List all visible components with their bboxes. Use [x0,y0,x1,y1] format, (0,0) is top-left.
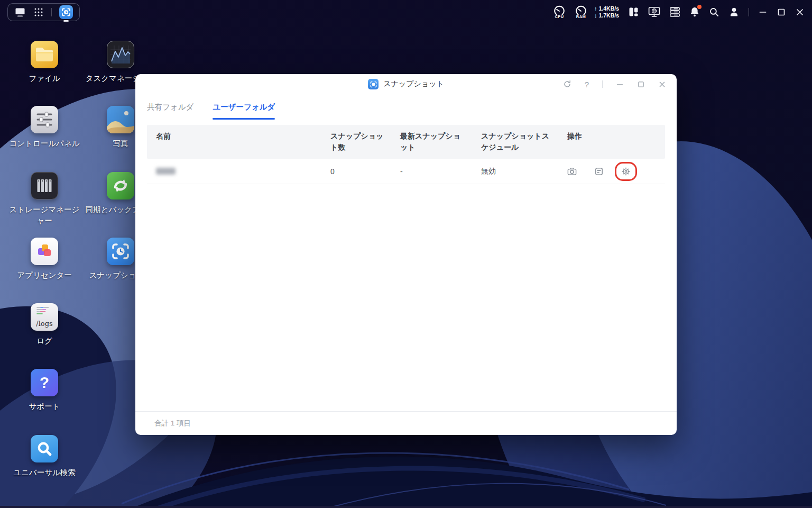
universal-search-app-icon[interactable] [31,435,58,462]
ram-gauge-icon[interactable]: RAM [575,5,587,19]
row-latest-snapshot: - [391,159,472,184]
desktop-item-label: ファイル [29,73,60,84]
desktop-item-support[interactable]: ? サポート [7,369,81,412]
taskbar-right-group: CPU RAM ↑ 1.4KB/s ↓ 1.7KB/s [553,5,805,19]
column-header-actions: 操作 [558,125,665,159]
task-manager-app-icon[interactable] [107,41,134,68]
ram-label: RAM [576,14,586,19]
notifications-bell-icon[interactable] [689,6,700,17]
dialog-help-icon[interactable]: ? [585,80,589,89]
widgets-icon[interactable] [628,6,639,17]
snapshot-dialog: スナップショット ? [135,74,677,435]
storage-manager-app-icon[interactable] [31,172,58,199]
taskbar-left-group [7,3,80,21]
desktop-item-label: ログ [36,335,52,347]
network-speed-indicator[interactable]: ↑ 1.4KB/s ↓ 1.7KB/s [594,5,619,19]
dialog-close-icon[interactable] [658,80,666,88]
upload-speed: 1.4KB/s [598,5,619,12]
photos-app-icon[interactable] [107,106,134,133]
remote-access-icon[interactable] [648,6,660,17]
app-center-app-icon[interactable] [31,238,58,265]
dialog-refresh-icon[interactable] [563,80,571,88]
row-snapshot-count: 0 [321,159,391,184]
download-arrow-icon: ↓ [594,12,597,19]
search-icon[interactable] [709,7,719,17]
files-app-icon[interactable] [31,41,58,68]
desktop-maximize-icon[interactable] [777,7,786,17]
desktop-item-label: サポート [29,401,60,412]
nas-device-icon[interactable] [669,6,680,17]
dialog-app-icon [368,79,379,89]
support-app-icon[interactable]: ? [31,369,58,396]
desktop-item-app-center[interactable]: アプリセンター [7,238,81,281]
taskbar: CPU RAM ↑ 1.4KB/s ↓ 1.7KB/s [0,0,812,24]
desktop-item-logs[interactable]: /logs ログ [7,303,81,347]
notification-badge [697,5,702,9]
desktop-close-icon[interactable] [795,7,805,17]
table-header: 名前 スナップショット数 最新スナップショット スナップショットスケジュール 操… [147,125,665,159]
logs-app-icon[interactable]: /logs [31,303,58,331]
row-actions [558,159,665,184]
cpu-gauge-icon[interactable]: CPU [553,5,566,19]
dialog-minimize-icon[interactable] [616,80,624,88]
dialog-maximize-icon[interactable] [637,80,645,88]
app-launcher-grid-icon[interactable] [33,7,44,17]
table-row[interactable]: 0 - 無効 [147,159,665,184]
user-account-icon[interactable] [728,6,740,17]
desktop-minimize-icon[interactable] [758,7,768,17]
question-mark-glyph: ? [40,374,49,392]
desktop-item-label: ユニバーサル検索 [13,467,76,478]
row-name-redacted [156,168,176,175]
cpu-label: CPU [555,14,564,19]
desktop-item-files[interactable]: ファイル [7,41,81,84]
desktop-item-label: 写真 [113,138,128,149]
desktop-item-control-panel[interactable]: コントロールパネル [7,106,81,149]
show-desktop-icon[interactable] [14,7,26,17]
total-items-text: 合計 1 項目 [154,419,191,428]
taskbar-separator [51,8,52,16]
dialog-tabs: 共有フォルダ ユーザーフォルダ [135,94,677,120]
desktop-item-universal-search[interactable]: ユニバーサル検索 [7,435,81,478]
snapshot-app-icon[interactable] [107,238,134,265]
desktop-screen: CPU RAM ↑ 1.4KB/s ↓ 1.7KB/s [0,0,812,508]
desktop-item-storage-manager[interactable]: ストレージマネージャー [7,172,81,226]
sync-backup-app-icon[interactable] [107,172,134,199]
desktop-item-label: コントロールパネル [9,138,79,149]
dialog-titlebar[interactable]: スナップショット ? [135,74,677,94]
column-header-name: 名前 [147,125,321,159]
snapshot-settings-gear-icon[interactable] [621,167,631,176]
snapshot-table: 名前 スナップショット数 最新スナップショット スナップショットスケジュール 操… [147,125,665,184]
snapshot-list-icon[interactable] [594,167,604,176]
column-header-schedule: スナップショットスケジュール [472,125,558,159]
column-header-snapshot-count: スナップショット数 [321,125,391,159]
dialog-footer: 合計 1 項目 [135,411,677,435]
dialog-controls-separator [602,80,603,88]
take-snapshot-camera-icon[interactable] [567,167,577,176]
download-speed: 1.7KB/s [598,12,619,19]
column-header-latest-snapshot: 最新スナップショット [391,125,472,159]
logs-icon-text: /logs [31,320,58,328]
desktop-item-label: ストレージマネージャー [7,204,81,226]
row-schedule-status: 無効 [472,159,558,184]
tab-user-folder[interactable]: ユーザーフォルダ [213,94,275,120]
upload-arrow-icon: ↑ [594,5,597,12]
tab-shared-folder[interactable]: 共有フォルダ [147,94,193,120]
window-controls-separator [749,8,749,16]
control-panel-app-icon[interactable] [31,106,58,133]
dialog-title: スナップショット [383,79,444,89]
desktop-item-label: アプリセンター [17,270,72,281]
snapshot-app-taskbar-icon[interactable] [59,5,73,19]
